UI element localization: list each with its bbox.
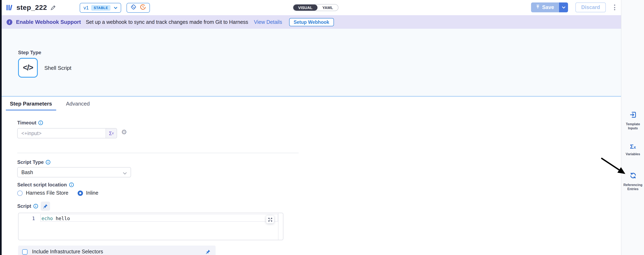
code-brackets-icon: </> (23, 63, 33, 72)
info-icon[interactable] (38, 120, 43, 125)
save-options-button[interactable] (558, 2, 568, 12)
chevron-down-icon (123, 168, 127, 176)
discard-button[interactable]: Discard (576, 2, 606, 12)
sigma-expression-icon[interactable]: Σx (106, 128, 117, 138)
left-nav-edge (0, 0, 2, 255)
script-code-editor[interactable]: 1 echo hello (18, 213, 284, 240)
sidebar-item-referencing-entries[interactable]: Referencing Entries (622, 172, 644, 191)
current-line-highlight (40, 214, 278, 222)
script-type-select[interactable]: Bash (17, 167, 131, 178)
info-icon[interactable] (46, 160, 51, 165)
pin-icon[interactable] (41, 202, 50, 211)
more-options-kebab-icon[interactable] (612, 3, 617, 12)
step-tabs: Step Parameters Advanced (2, 97, 621, 110)
radio-label[interactable]: Harness File Store (26, 190, 68, 196)
save-button-label: Save (542, 4, 554, 10)
step-parameters-form: Timeout Σx ⚙ Script Type Bash (2, 110, 621, 255)
banner-message: Set up a webhook to sync and track chang… (86, 19, 248, 25)
entity-meta-box[interactable] (126, 3, 150, 12)
expand-icon[interactable] (266, 216, 274, 224)
step-type-label: Step Type (18, 50, 41, 56)
sidebar-item-template-inputs[interactable]: Template Inputs (622, 111, 644, 130)
sidebar-item-variables[interactable]: Σx Variables (622, 143, 644, 156)
variables-sigma-icon: Σx (630, 143, 636, 150)
stable-badge: STABLE (91, 5, 110, 10)
script-location-label: Select script location (17, 182, 74, 188)
page-title: step_222 (16, 4, 47, 12)
timeout-field-group: Σx (17, 128, 117, 138)
template-inputs-icon (630, 111, 636, 120)
banner-title: Enable Webhook Support (16, 19, 81, 25)
code-line: echo hello (42, 216, 70, 221)
edit-pencil-icon[interactable] (50, 5, 56, 10)
referencing-refresh-icon (630, 172, 636, 181)
tab-visual[interactable]: VISUAL (293, 4, 318, 11)
code-argument: hello (53, 216, 70, 221)
code-keyword: echo (42, 216, 53, 221)
radio-harness-file-store[interactable] (17, 190, 22, 196)
version-dropdown[interactable]: v1 STABLE (80, 3, 121, 12)
chevron-down-icon (114, 6, 118, 9)
webhook-banner: i Enable Webhook Support Set up a webhoo… (2, 15, 621, 29)
harness-logo-icon (6, 4, 13, 11)
gear-icon[interactable]: ⚙ (121, 129, 127, 136)
save-split-button: Save (531, 2, 568, 12)
tab-advanced[interactable]: Advanced (64, 97, 92, 110)
tab-step-parameters[interactable]: Step Parameters (8, 97, 54, 110)
header-actions: Save Discard (531, 2, 617, 12)
step-type-section: Step Type </> Shell Script (2, 29, 621, 96)
radio-inline[interactable] (78, 190, 83, 196)
include-infra-label: Include Infrastructure Selectors (32, 249, 103, 254)
shell-script-step-card[interactable]: </> (18, 58, 38, 78)
info-icon[interactable] (69, 182, 74, 187)
section-divider (17, 153, 298, 153)
visual-yaml-toggle: VISUAL YAML (293, 4, 338, 11)
pin-icon[interactable] (205, 249, 211, 255)
save-button[interactable]: Save (531, 2, 558, 12)
right-sidebar: Template Inputs Σx Variables Referencing… (621, 0, 644, 255)
include-infra-checkbox[interactable] (22, 249, 28, 254)
setup-webhook-button[interactable]: Setup Webhook (289, 18, 334, 26)
script-location-options: Harness File Store Inline (17, 190, 98, 196)
app-window: step_222 v1 STABLE (0, 0, 644, 255)
step-type-value: Shell Script (44, 65, 72, 71)
version-label: v1 (84, 5, 89, 10)
line-number: 1 (18, 216, 35, 221)
info-icon[interactable] (33, 204, 38, 208)
editor-scrollbar[interactable] (278, 213, 278, 240)
upload-arrow-icon (536, 4, 540, 10)
script-type-value: Bash (21, 170, 33, 175)
sidebar-item-label: Referencing Entries (622, 183, 644, 191)
radio-label[interactable]: Inline (86, 190, 98, 196)
timeout-label: Timeout (17, 120, 43, 126)
script-label: Script (17, 203, 38, 209)
git-sync-icon (130, 4, 137, 12)
info-icon: i (6, 19, 12, 25)
timeout-input[interactable] (18, 128, 106, 138)
sidebar-item-label: Template Inputs (622, 122, 644, 130)
sidebar-item-label: Variables (626, 152, 640, 156)
include-infra-row: Include Infrastructure Selectors (18, 246, 216, 255)
view-details-link[interactable]: View Details (254, 19, 282, 25)
tab-yaml[interactable]: YAML (318, 4, 338, 11)
script-type-label: Script Type (17, 159, 51, 165)
timer-icon (140, 4, 146, 12)
